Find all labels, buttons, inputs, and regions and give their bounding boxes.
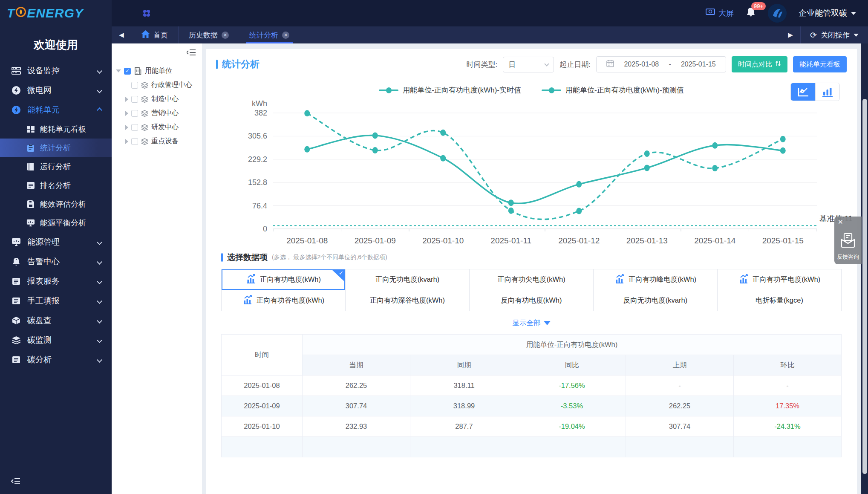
refresh-icon[interactable]: ⟳ [810, 30, 817, 40]
checkbox-unchecked[interactable] [131, 96, 138, 103]
data-item-coal-equivalent[interactable]: 电折标量(kgce) [718, 290, 842, 311]
tree-node-rd-center[interactable]: 研发中心 [116, 120, 198, 134]
data-item-fwd-active-valley[interactable]: 正向有功谷电度(kWh) [222, 290, 346, 311]
tree-collapse-caret-icon[interactable] [125, 111, 128, 116]
sidebar-item-microgrid[interactable]: 微电网 [0, 81, 112, 100]
data-item-fwd-active-sharp[interactable]: 正向有功尖电度(kWh) [470, 269, 594, 290]
data-item-fwd-active-flat[interactable]: 正向有功平电度(kWh) [718, 269, 842, 290]
close-icon[interactable]: ✕ [838, 218, 843, 226]
chevron-down-icon [97, 68, 102, 74]
avatar[interactable] [768, 4, 787, 23]
tree-node-marketing-center[interactable]: 营销中心 [116, 106, 198, 120]
logo-at-icon [15, 6, 26, 20]
time-point-compare-button[interactable]: 时间点对比 [732, 56, 787, 72]
big-screen-link[interactable]: 大屏 [706, 8, 734, 18]
close-operations-dropdown[interactable]: ⟳ 关闭操作 [800, 26, 868, 43]
sidebar-item-carbon-monitor[interactable]: 碳监测 [0, 330, 112, 350]
tree-node-admin-center[interactable]: 行政管理中心 [116, 78, 198, 92]
tree-node-label: 制造中心 [151, 95, 179, 104]
tree-collapse-caret-icon[interactable] [125, 125, 128, 130]
bar-chart-button[interactable] [815, 83, 839, 101]
show-all-link[interactable]: 显示全部 [221, 311, 842, 334]
checkbox-unchecked[interactable] [131, 124, 138, 131]
logo: T ENERGY [0, 0, 112, 26]
tree-node-manufacture-center[interactable]: 制造中心 [116, 92, 198, 106]
line-chart-button[interactable] [791, 83, 815, 101]
tree-collapse-caret-icon[interactable] [125, 139, 128, 144]
data-item-fwd-active[interactable]: 正向有功电度(kWh)✓ [222, 269, 346, 290]
unit-board-button[interactable]: 能耗单元看板 [793, 56, 847, 72]
sidebar-item-carbon-analysis[interactable]: 碳分析 [0, 350, 112, 370]
data-item-rev-active[interactable]: 反向有功电度(kWh) [470, 290, 594, 311]
sidebar-subitem-rank-analysis[interactable]: 排名分析 [0, 176, 112, 195]
table-subheader: 环比 [734, 355, 842, 376]
org-switcher[interactable]: 企业能管双碳 [799, 8, 856, 19]
cell-value: 318.99 [410, 396, 518, 416]
building-icon [134, 67, 142, 75]
tab-history-data[interactable]: 历史数据 ✕ [178, 26, 239, 43]
legend-item-forecast[interactable]: 用能单位-正向有功电度(kWh)-预测值 [542, 85, 684, 95]
chevron-down-icon [97, 298, 102, 304]
sidebar-subitem-energy-balance[interactable]: 能源平衡分析 [0, 214, 112, 232]
tabs-forward-arrow[interactable]: ▶ [781, 26, 800, 43]
data-item-section: 选择数据项 (多选， 最多选择2个不同单位的,6个数据项) 正向有功电度(kWh… [206, 249, 857, 334]
tree-node-root[interactable]: ✓用能单位 [116, 64, 198, 78]
close-tab-icon[interactable]: ✕ [282, 32, 289, 39]
data-item-grid: 正向有功电度(kWh)✓正向无功电度(kvarh)正向有功尖电度(kWh)正向有… [221, 269, 842, 311]
sidebar-item-label: 设备监控 [27, 65, 60, 76]
data-item-rev-reactive[interactable]: 反向无功电度(kvarh) [594, 290, 718, 311]
monitor-icon [706, 9, 715, 18]
checkbox-unchecked[interactable] [131, 82, 138, 89]
cell-value: 17.35% [734, 396, 842, 416]
cell-value [518, 437, 626, 457]
sidebar-item-report-service[interactable]: 报表服务 [0, 272, 112, 291]
data-item-label: 正向有功深谷电度(kWh) [370, 296, 445, 305]
tree-node-label: 行政管理中心 [151, 81, 192, 90]
data-item-fwd-active-peak[interactable]: 正向有功峰电度(kWh) [594, 269, 718, 290]
feedback-label: 反馈咨询 [837, 253, 859, 261]
tree-collapse-caret-icon[interactable] [125, 97, 128, 102]
tab-home[interactable]: 首页 [131, 26, 178, 43]
checkbox-checked[interactable]: ✓ [124, 68, 131, 75]
date-start: 2025-01-08 [624, 61, 659, 68]
sidebar-subitem-stat-analysis[interactable]: 统计分析 [0, 139, 112, 157]
apps-grid-icon[interactable] [141, 8, 152, 18]
title-accent-bar [216, 60, 218, 69]
cell-value: 318.11 [410, 376, 518, 396]
monitor-icon [26, 219, 35, 227]
tabs-back-arrow[interactable]: ◀ [112, 26, 131, 43]
org-name: 企业能管双碳 [799, 8, 847, 19]
scrollbar-thumb[interactable] [862, 99, 867, 474]
filter-controls: 时间类型: 日 起止日期: 2025-01-08 - 2025 [467, 56, 847, 72]
checkbox-unchecked[interactable] [131, 138, 138, 145]
tab-label: 历史数据 [189, 30, 218, 40]
sidebar-item-manual-fill[interactable]: 手工填报 [0, 291, 112, 311]
sidebar-subitem-run-analysis[interactable]: 运行分析 [0, 157, 112, 176]
sidebar-item-alarm-center[interactable]: 告警中心 [0, 252, 112, 272]
time-type-select[interactable]: 日 [503, 57, 554, 72]
sidebar-subitem-efficiency-eval[interactable]: 能效评估分析 [0, 195, 112, 214]
tree-collapse-icon[interactable] [187, 49, 196, 58]
sidebar-item-carbon-inventory[interactable]: 碳盘查 [0, 311, 112, 330]
sidebar-item-energy-unit[interactable]: 能耗单元 [0, 100, 112, 120]
save-icon [26, 200, 35, 208]
legend-item-realtime[interactable]: 用能单位-正向有功电度(kWh)-实时值 [379, 85, 521, 95]
close-tab-icon[interactable]: ✕ [222, 32, 229, 39]
tab-stat-analysis[interactable]: 统计分析 ✕ [239, 26, 300, 43]
svg-text:kWh: kWh [252, 99, 267, 108]
feedback-widget[interactable]: ✕ 反馈咨询 [834, 217, 862, 264]
sidebar-item-energy-mgmt[interactable]: 能源管理 [0, 232, 112, 252]
layers-icon [141, 82, 148, 89]
data-item-fwd-active-deep-valley[interactable]: 正向有功深谷电度(kWh) [346, 290, 470, 311]
checkbox-unchecked[interactable] [131, 110, 138, 117]
sidebar-subitem-unit-board[interactable]: 能耗单元看板 [0, 120, 112, 139]
data-item-fwd-reactive[interactable]: 正向无功电度(kvarh) [346, 269, 470, 290]
notifications-button[interactable]: 99+ [746, 7, 756, 20]
date-range-picker[interactable]: 2025-01-08 - 2025-01-15 [596, 56, 726, 72]
sidebar-item-device-monitor[interactable]: 设备监控 [0, 61, 112, 81]
check-icon: ✓ [339, 270, 343, 276]
cell-time [222, 437, 303, 457]
tree-expand-caret-icon[interactable] [116, 69, 121, 72]
tree-node-key-devices[interactable]: 重点设备 [116, 134, 198, 148]
sidebar-collapse-button[interactable] [0, 470, 112, 494]
